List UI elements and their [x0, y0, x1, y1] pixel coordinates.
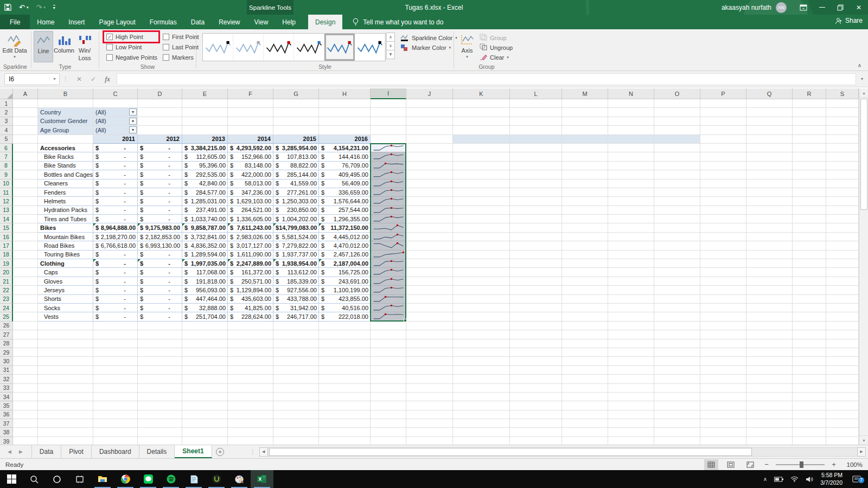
cell-P1[interactable]	[700, 99, 746, 108]
name-box-dropdown-icon[interactable]: ▾	[49, 76, 59, 81]
cell-J21[interactable]	[406, 277, 453, 286]
cell-L37[interactable]	[510, 419, 562, 428]
row-header-19[interactable]: 19	[0, 259, 13, 268]
checkbox-icon[interactable]	[163, 34, 169, 40]
cell-B11[interactable]: Fenders	[38, 188, 93, 197]
cell-S39[interactable]	[826, 437, 859, 445]
cell-L12[interactable]	[510, 197, 562, 206]
cell-M15[interactable]	[562, 223, 608, 232]
cell-D34[interactable]	[138, 393, 182, 401]
cell-K25[interactable]	[453, 312, 510, 321]
cell-J35[interactable]	[406, 401, 453, 410]
cell-P3[interactable]	[700, 117, 746, 126]
cell-B2[interactable]: Country	[38, 108, 93, 117]
cell-K7[interactable]	[453, 152, 510, 161]
cell-K20[interactable]	[453, 268, 510, 277]
cell-H27[interactable]	[319, 330, 371, 339]
cell-H35[interactable]	[319, 401, 371, 410]
cell-B7[interactable]: Bike Racks	[38, 152, 93, 161]
enter-icon[interactable]: ✓	[86, 73, 100, 85]
cell-L18[interactable]	[510, 251, 562, 259]
cell-M39[interactable]	[562, 437, 608, 445]
cell-N4[interactable]	[608, 126, 654, 134]
cell-G19[interactable]: $1,938,954.00	[273, 259, 319, 268]
cell-A26[interactable]	[13, 322, 38, 330]
sheet-nav-left-icon[interactable]: ◀	[8, 449, 11, 454]
cell-E4[interactable]	[182, 126, 228, 134]
cell-R10[interactable]	[793, 179, 826, 188]
cell-E36[interactable]	[182, 410, 228, 419]
cell-C27[interactable]	[93, 330, 138, 339]
cell-B14[interactable]: Tires and Tubes	[38, 215, 93, 223]
cell-K9[interactable]	[453, 170, 510, 179]
cell-F38[interactable]	[228, 428, 273, 436]
row-header-36[interactable]: 36	[0, 410, 13, 419]
cell-M6[interactable]	[562, 144, 608, 152]
cell-Q26[interactable]	[746, 322, 793, 330]
cell-D27[interactable]	[138, 330, 182, 339]
cell-G37[interactable]	[273, 419, 319, 428]
cell-F17[interactable]: $3,017,127.00	[228, 241, 273, 250]
cell-A36[interactable]	[13, 410, 38, 419]
cell-R6[interactable]	[793, 144, 826, 152]
cell-C25[interactable]: $-	[93, 312, 138, 321]
cell-F33[interactable]	[228, 384, 273, 393]
cell-Q12[interactable]	[746, 197, 793, 206]
cell-J26[interactable]	[406, 322, 453, 330]
cell-E3[interactable]	[182, 117, 228, 126]
spotify-taskbar-icon[interactable]	[159, 470, 182, 488]
cell-N35[interactable]	[608, 401, 654, 410]
cell-O29[interactable]	[654, 348, 700, 357]
cell-N10[interactable]	[608, 179, 654, 188]
row-header-39[interactable]: 39	[0, 437, 13, 445]
cell-A32[interactable]	[13, 375, 38, 383]
cell-I26[interactable]	[371, 322, 406, 330]
cell-E16[interactable]: $3,732,841.00	[182, 233, 228, 241]
cell-J29[interactable]	[406, 348, 453, 357]
tab-help[interactable]: Help	[275, 15, 303, 29]
cell-G16[interactable]: $5,581,524.00	[273, 233, 319, 241]
cell-M2[interactable]	[562, 108, 608, 117]
column-header-K[interactable]: K	[453, 88, 510, 99]
cell-R4[interactable]	[793, 126, 826, 134]
cell-K31[interactable]	[453, 366, 510, 375]
cell-M19[interactable]	[562, 259, 608, 268]
cell-R39[interactable]	[793, 437, 826, 445]
cell-J10[interactable]	[406, 179, 453, 188]
gallery-more-button[interactable]: ▾	[386, 50, 395, 59]
cell-Q20[interactable]	[746, 268, 793, 277]
cell-R35[interactable]	[793, 401, 826, 410]
cell-C38[interactable]	[93, 428, 138, 436]
cell-D15[interactable]: $9,175,983.00	[138, 223, 182, 232]
cell-O18[interactable]	[654, 251, 700, 259]
cell-S1[interactable]	[826, 99, 859, 108]
cell-S34[interactable]	[826, 393, 859, 401]
cell-E29[interactable]	[182, 348, 228, 357]
row-header-26[interactable]: 26	[0, 322, 13, 330]
cell-L38[interactable]	[510, 428, 562, 436]
cell-R29[interactable]	[793, 348, 826, 357]
cell-M28[interactable]	[562, 339, 608, 348]
cell-I38[interactable]	[371, 428, 406, 436]
sparkline-cell-I22[interactable]	[371, 286, 406, 294]
cell-D20[interactable]: $-	[138, 268, 182, 277]
cell-M11[interactable]	[562, 188, 608, 197]
cell-L6[interactable]	[510, 144, 562, 152]
cell-G28[interactable]	[273, 339, 319, 348]
cell-H21[interactable]: $243,691.00	[319, 277, 371, 286]
cell-J38[interactable]	[406, 428, 453, 436]
cell-L39[interactable]	[510, 437, 562, 445]
cell-G22[interactable]: $927,556.00	[273, 286, 319, 294]
cell-P17[interactable]	[700, 241, 746, 250]
cell-E32[interactable]	[182, 375, 228, 383]
redo-button[interactable]: ↷▾	[36, 3, 45, 11]
row-header-13[interactable]: 13	[0, 206, 13, 215]
scroll-right-button[interactable]: ▶	[857, 447, 866, 457]
cell-O21[interactable]	[654, 277, 700, 286]
cell-M1[interactable]	[562, 99, 608, 108]
cell-G30[interactable]	[273, 357, 319, 365]
sheet-tab-data[interactable]: Data	[31, 445, 61, 458]
cell-S12[interactable]	[826, 197, 859, 206]
cell-S22[interactable]	[826, 286, 859, 294]
cell-J8[interactable]	[406, 162, 453, 170]
